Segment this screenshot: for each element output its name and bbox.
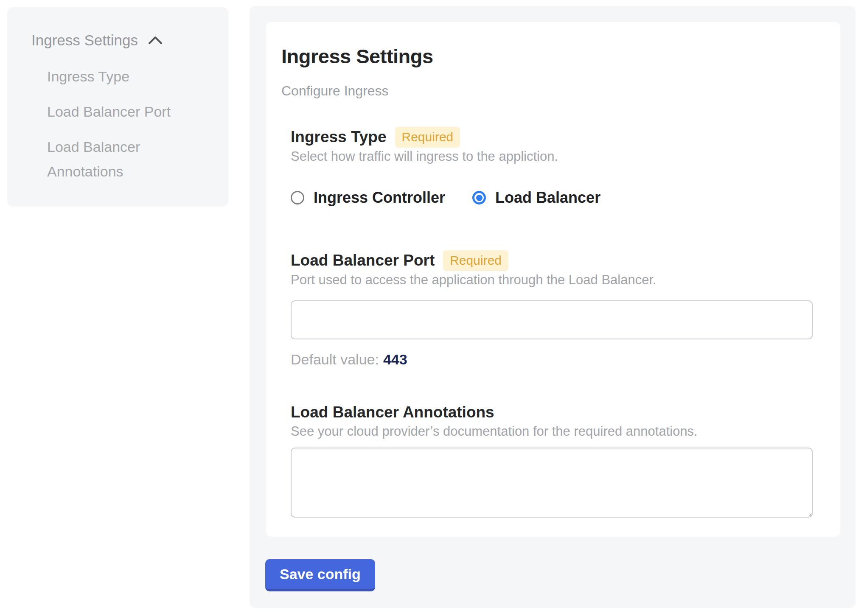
default-value: 443 <box>383 351 407 367</box>
load-balancer-annotations-textarea[interactable] <box>291 448 813 518</box>
sidebar-item-ingress-type[interactable]: Ingress Type <box>47 64 194 89</box>
sidebar-section-title: Ingress Settings <box>31 31 138 50</box>
load-balancer-port-input[interactable] <box>291 300 813 339</box>
ingress-type-radio-group: Ingress Controller Load Balancer <box>291 189 813 207</box>
load-balancer-annotations-label: Load Balancer Annotations <box>291 403 494 422</box>
load-balancer-port-description: Port used to access the application thro… <box>291 272 813 288</box>
sidebar-panel: Ingress Settings Ingress Type Load Balan… <box>7 7 228 207</box>
ingress-type-description: Select how traffic will ingress to the a… <box>291 148 813 165</box>
radio-option-load-balancer[interactable]: Load Balancer <box>472 189 600 207</box>
chevron-up-icon[interactable] <box>148 36 163 45</box>
ingress-type-label: Ingress Type <box>291 127 387 147</box>
sidebar-item-load-balancer-annotations[interactable]: Load Balancer Annotations <box>47 134 194 184</box>
radio-label: Load Balancer <box>495 189 600 207</box>
required-badge: Required <box>443 250 508 271</box>
radio-label: Ingress Controller <box>314 189 445 207</box>
radio-button-selected[interactable] <box>472 191 486 204</box>
load-balancer-annotations-description: See your cloud provider’s documentation … <box>291 423 813 440</box>
main-panel: Ingress Settings Configure Ingress Ingre… <box>250 6 856 608</box>
page-subtitle: Configure Ingress <box>281 82 822 99</box>
load-balancer-port-section: Load Balancer Port Required Port used to… <box>291 250 813 368</box>
ingress-type-section: Ingress Type Required Select how traffic… <box>291 126 813 207</box>
radio-button-unselected[interactable] <box>291 191 304 204</box>
ingress-settings-card: Ingress Settings Configure Ingress Ingre… <box>266 22 840 537</box>
required-badge: Required <box>395 127 460 148</box>
default-value-label: Default value: <box>291 351 379 367</box>
save-config-button[interactable]: Save config <box>265 559 375 591</box>
sidebar-nav: Ingress Type Load Balancer Port Load Bal… <box>47 64 211 184</box>
page-title: Ingress Settings <box>281 45 822 68</box>
sidebar-section-toggle[interactable]: Ingress Settings <box>31 31 211 50</box>
load-balancer-annotations-section: Load Balancer Annotations See your cloud… <box>291 403 813 518</box>
default-value-line: Default value:443 <box>291 350 813 368</box>
sidebar-item-load-balancer-port[interactable]: Load Balancer Port <box>47 99 194 124</box>
radio-option-ingress-controller[interactable]: Ingress Controller <box>291 189 445 207</box>
load-balancer-port-label: Load Balancer Port <box>291 251 435 270</box>
